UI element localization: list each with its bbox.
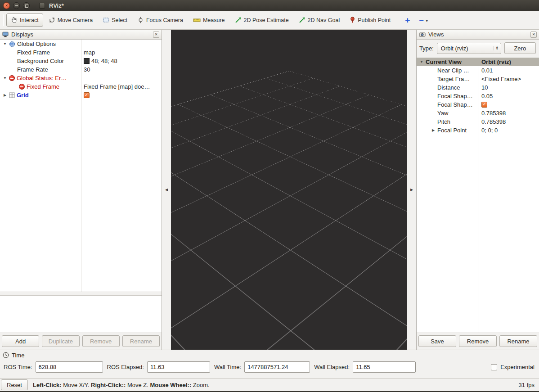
row-value[interactable]: 30 [84, 66, 90, 73]
reset-button[interactable]: Reset [1, 379, 28, 390]
tool-2d-nav-goal[interactable]: 2D Nav Goal [294, 14, 345, 27]
tree-row-grid[interactable]: ▶ Grid [0, 91, 162, 99]
time-fields: ROS Time: ROS Elapsed: Wall Time: Wall E… [0, 360, 539, 376]
tool-publish-point[interactable]: Publish Point [345, 14, 395, 27]
rename-button[interactable]: Rename [122, 335, 160, 347]
row-value[interactable]: 0.05 [481, 93, 493, 99]
tree-row-near-clip[interactable]: Near Clip … 0.01 [417, 66, 539, 75]
wall-time-input[interactable] [244, 361, 310, 373]
tree-row-background-color[interactable]: Background Color 48; 48; 48 [0, 57, 162, 65]
views-close-button[interactable] [530, 32, 537, 38]
tree-row-focal-point[interactable]: ▶ Focal Point 0; 0; 0 [417, 126, 539, 135]
row-value[interactable]: 0.785398 [481, 118, 506, 125]
expander-closed-icon[interactable]: ▶ [431, 128, 436, 132]
experimental-checkbox[interactable] [491, 364, 497, 370]
hand-icon [11, 17, 18, 23]
error-icon [19, 84, 25, 90]
tool-label: Focus Camera [146, 17, 183, 23]
add-tool-button[interactable]: + [402, 16, 413, 24]
chevron-down-icon[interactable]: ▼ [425, 19, 429, 23]
row-label: Yaw [437, 110, 448, 117]
duplicate-button[interactable]: Duplicate [42, 335, 79, 347]
zero-button[interactable]: Zero [504, 42, 536, 54]
expander-open-icon[interactable]: ▼ [419, 60, 424, 64]
clock-icon [3, 352, 9, 358]
view-type-row: Type: Orbit (rviz) ▲▼ Zero [417, 40, 539, 57]
property-description-pane [0, 295, 162, 333]
row-label: Distance [437, 84, 460, 91]
maximize-window-button[interactable] [23, 2, 30, 9]
row-value[interactable]: 48; 48; 48 [91, 58, 117, 64]
row-value[interactable]: 0.01 [481, 67, 493, 74]
toolbar-drag-handle[interactable] [2, 14, 4, 26]
tool-select[interactable]: Select [98, 14, 132, 27]
ros-time-input[interactable] [36, 361, 103, 373]
row-value[interactable]: map [84, 49, 95, 56]
wall-elapsed-label: Wall Elapsed: [314, 364, 350, 370]
remove-button[interactable]: Remove [82, 335, 120, 347]
time-panel: Time ROS Time: ROS Elapsed: Wall Time: W… [0, 350, 539, 378]
tree-row-current-view[interactable]: ▼ Current View Orbit (rviz) [417, 58, 539, 66]
tree-row-pitch[interactable]: Pitch 0.785398 [417, 117, 539, 126]
tool-label: 2D Nav Goal [308, 17, 340, 23]
close-window-button[interactable] [3, 2, 10, 9]
focal-shape-checkbox[interactable] [481, 102, 487, 108]
tool-interact[interactable]: Interact [6, 14, 43, 27]
row-value[interactable]: <Fixed Frame> [481, 76, 521, 82]
add-button[interactable]: Add [2, 335, 39, 347]
tree-row-fixed-frame[interactable]: Fixed Frame map [0, 48, 162, 57]
views-icon [419, 32, 426, 37]
minus-icon: − [419, 18, 424, 23]
green-arrow-icon [235, 17, 242, 23]
statusbar: Reset Left-Click: Move X/Y. Right-Click:… [0, 378, 539, 391]
remove-view-button[interactable]: Remove [459, 335, 497, 347]
wall-elapsed-input[interactable] [353, 361, 416, 373]
experimental-option: Experimental [491, 364, 535, 370]
3d-viewport[interactable] [171, 30, 407, 350]
tree-row-global-status[interactable]: ▼ Global Status: Er… [0, 74, 162, 82]
type-label: Type: [419, 45, 434, 52]
collapse-left-arrow-icon[interactable]: ◀ [165, 188, 168, 192]
collapse-right-arrow-icon[interactable]: ▶ [410, 188, 413, 192]
orbit-icon [49, 17, 55, 23]
tree-row-status-fixed-frame[interactable]: Fixed Frame Fixed Frame [map] doe… [0, 82, 162, 91]
color-swatch[interactable] [84, 58, 90, 64]
tree-row-focal-shape-size[interactable]: Focal Shap… 0.05 [417, 92, 539, 100]
row-value[interactable]: 0.785398 [481, 110, 506, 117]
tool-measure[interactable]: Measure [189, 14, 229, 27]
row-value[interactable]: 10 [481, 84, 488, 91]
hint-label: Mouse Wheel:: [150, 382, 192, 388]
tree-row-frame-rate[interactable]: Frame Rate 30 [0, 65, 162, 74]
ruler-icon [193, 17, 201, 23]
expander-open-icon[interactable]: ▼ [3, 42, 7, 46]
row-value[interactable]: 0; 0; 0 [481, 127, 498, 134]
ros-elapsed-label: ROS Elapsed: [107, 364, 144, 370]
remove-tool-button[interactable]: − ▼ [417, 17, 430, 24]
tree-row-distance[interactable]: Distance 10 [417, 83, 539, 92]
row-label: Fixed Frame [17, 49, 50, 56]
row-label: Focal Shap… [437, 93, 473, 99]
tool-move-camera[interactable]: Move Camera [44, 14, 98, 27]
tool-2d-pose-estimate[interactable]: 2D Pose Estimate [230, 14, 293, 27]
ros-elapsed-input[interactable] [147, 361, 210, 373]
tool-focus-camera[interactable]: Focus Camera [133, 14, 188, 27]
view-type-select[interactable]: Orbit (rviz) ▲▼ [437, 43, 501, 54]
rename-view-button[interactable]: Rename [499, 335, 537, 347]
tree-row-target-frame[interactable]: Target Fra… <Fixed Frame> [417, 75, 539, 83]
tool-label: Measure [203, 17, 225, 23]
save-button[interactable]: Save [418, 335, 456, 347]
grid-enabled-checkbox[interactable] [84, 92, 90, 98]
expander-closed-icon[interactable]: ▶ [3, 93, 7, 97]
selection-box-icon [103, 17, 109, 23]
displays-close-button[interactable] [153, 32, 159, 38]
tree-row-global-options[interactable]: ▼ Global Options [0, 40, 162, 48]
minimize-window-button[interactable] [13, 2, 20, 9]
wall-time-label: Wall Time: [214, 364, 241, 370]
tool-label: 2D Pose Estimate [244, 17, 289, 23]
expander-open-icon[interactable]: ▼ [3, 76, 7, 80]
tree-row-focal-shape-fixed[interactable]: Focal Shap… [417, 100, 539, 109]
view-type-value: Orbit (rviz) [441, 45, 492, 52]
left-splitter[interactable]: ◀ [162, 30, 171, 350]
tree-row-yaw[interactable]: Yaw 0.785398 [417, 109, 539, 117]
right-splitter[interactable]: ▶ [407, 30, 416, 350]
